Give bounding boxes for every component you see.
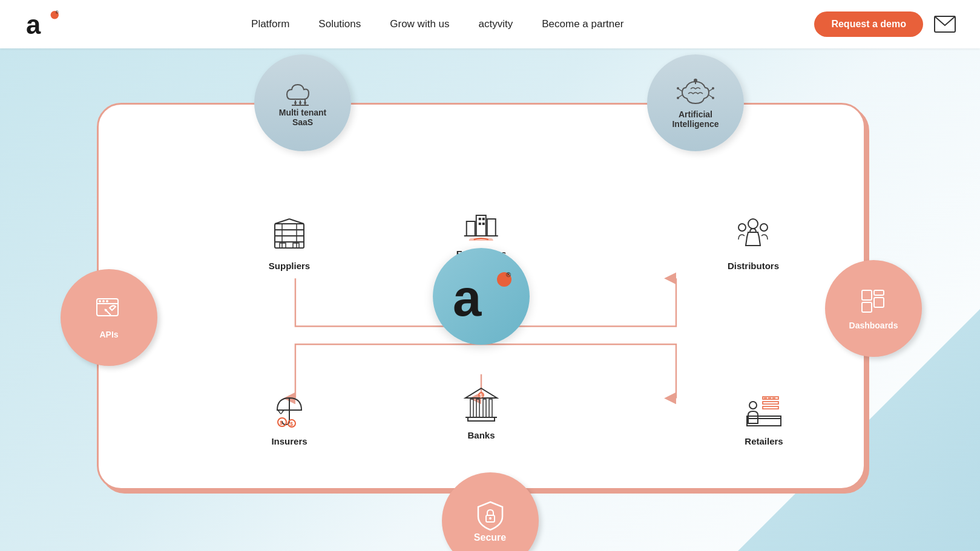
svg-rect-52 (479, 218, 481, 220)
svg-point-30 (712, 97, 714, 99)
svg-text:$: $ (290, 421, 293, 427)
svg-text:®: ® (56, 10, 59, 15)
svg-rect-53 (482, 218, 485, 220)
diagram-card: a ® (97, 103, 866, 490)
svg-rect-76 (764, 397, 767, 399)
svg-rect-11 (874, 290, 884, 295)
svg-rect-55 (482, 223, 485, 225)
svg-text:$: $ (280, 420, 283, 426)
svg-point-56 (748, 219, 758, 229)
logo[interactable]: a ® (24, 8, 61, 41)
svg-line-27 (709, 89, 712, 91)
insurers-label: Insurers (271, 436, 307, 446)
svg-rect-50 (487, 219, 496, 236)
svg-rect-81 (747, 419, 781, 426)
svg-text:a: a (26, 10, 41, 39)
ai-label1: Artificial (679, 109, 712, 119)
svg-rect-75 (763, 406, 778, 409)
retailers-label: Retailers (745, 436, 783, 446)
svg-rect-70 (489, 399, 492, 417)
apis-label: APIs (99, 330, 118, 339)
svg-point-20 (304, 102, 306, 104)
suppliers-label: Suppliers (269, 261, 310, 271)
nav-grow[interactable]: Grow with us (390, 18, 449, 30)
ai-circle: Artificial Intelligence (647, 54, 744, 151)
nav-partner[interactable]: Become a partner (542, 18, 623, 30)
banks-label: Banks (467, 430, 495, 440)
node-suppliers: Suppliers (268, 214, 311, 271)
svg-point-79 (749, 402, 757, 409)
svg-point-9 (105, 309, 107, 311)
nav-solutions[interactable]: Solutions (318, 18, 361, 30)
nav-links: Platform Solutions Grow with us actyvity… (251, 18, 623, 30)
node-banks: $ Banks (460, 383, 502, 440)
nav-platform[interactable]: Platform (251, 18, 289, 30)
mail-icon[interactable] (934, 16, 956, 33)
svg-point-32 (489, 517, 492, 520)
svg-rect-13 (862, 302, 872, 312)
svg-line-23 (679, 89, 682, 91)
dashboards-circle: Dashboards (825, 260, 922, 357)
svg-point-8 (106, 300, 108, 302)
svg-rect-49 (467, 221, 475, 236)
svg-text:$: $ (479, 393, 482, 399)
svg-rect-67 (470, 399, 473, 417)
svg-rect-68 (476, 399, 479, 417)
svg-rect-10 (862, 290, 872, 300)
svg-rect-54 (479, 223, 481, 225)
svg-rect-69 (483, 399, 486, 417)
svg-rect-74 (763, 402, 778, 404)
svg-point-22 (694, 79, 697, 82)
saas-label1: Multi tenant (279, 108, 327, 117)
svg-point-57 (738, 224, 746, 231)
svg-point-6 (99, 300, 101, 302)
svg-line-47 (289, 219, 304, 224)
svg-text:®: ® (506, 271, 511, 278)
svg-text:a: a (453, 269, 482, 327)
node-distributors: Distributors (728, 214, 779, 271)
svg-point-28 (712, 87, 714, 90)
nav-actyvity[interactable]: actyvity (479, 18, 513, 30)
svg-rect-44 (280, 243, 286, 248)
svg-point-58 (760, 224, 768, 231)
main-content: APIs Dashboards Multi tenant (0, 48, 980, 551)
svg-point-18 (294, 102, 297, 104)
request-demo-button[interactable]: Request a demo (814, 11, 923, 37)
svg-line-46 (275, 219, 289, 224)
svg-point-19 (299, 102, 301, 104)
center-logo: a ® (433, 248, 530, 345)
svg-line-25 (679, 95, 682, 97)
node-retailers: Retailers (743, 389, 785, 446)
svg-rect-77 (768, 397, 771, 399)
secure-label: Secure (474, 532, 506, 543)
svg-point-7 (102, 300, 105, 302)
saas-circle: Multi tenant SaaS (254, 54, 351, 151)
dashboards-label: Dashboards (849, 321, 898, 330)
svg-point-24 (677, 87, 679, 90)
ai-label2: Intelligence (672, 119, 719, 129)
apis-circle: APIs (61, 269, 157, 366)
svg-rect-78 (772, 397, 775, 399)
svg-rect-12 (874, 298, 884, 307)
saas-label2: SaaS (292, 117, 313, 127)
svg-line-29 (709, 95, 712, 97)
node-insurers: $ $ Insurers (268, 389, 311, 446)
svg-point-26 (677, 97, 679, 99)
navbar: a ® Platform Solutions Grow with us acty… (0, 0, 980, 48)
distributors-label: Distributors (728, 261, 779, 271)
svg-rect-45 (293, 243, 299, 248)
nav-right: Request a demo (814, 11, 956, 37)
